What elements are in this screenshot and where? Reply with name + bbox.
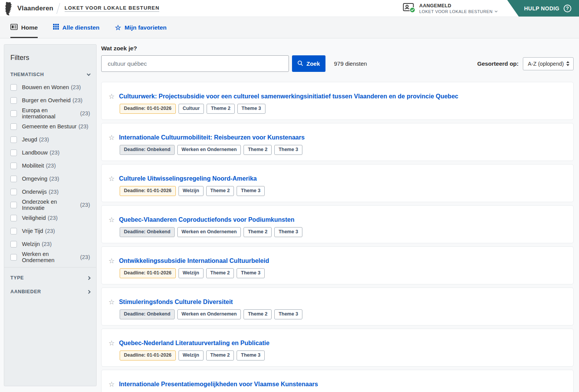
filter-checkbox-item[interactable]: Europa en internationaal (23) [10, 109, 90, 118]
favorite-star-icon[interactable]: ☆ [108, 93, 115, 100]
filter-checkbox-item[interactable]: Welzijn (23) [10, 239, 90, 249]
user-card-icon [403, 2, 415, 15]
result-title-link[interactable]: Stimuleringsfonds Culturele Diversiteit [119, 298, 233, 306]
result-title-link[interactable]: Quebec-Vlaanderen Coproductiefonds voor … [119, 216, 294, 224]
result-card: ☆ Quebec-Vlaanderen Coproductiefonds voo… [101, 205, 574, 243]
filter-checkbox-item[interactable]: Onderwijs (23) [10, 187, 90, 196]
checkbox[interactable] [10, 149, 17, 156]
section-type[interactable]: TYPE [10, 275, 90, 281]
section-thematisch[interactable]: THEMATISCH [10, 72, 90, 77]
favorite-star-icon[interactable]: ☆ [108, 298, 115, 306]
checkbox[interactable] [10, 84, 17, 91]
filter-checkbox-item[interactable]: Onderzoek en Innovatie (23) [10, 200, 90, 209]
filter-checkbox-item[interactable]: Burger en Overheid (23) [10, 96, 90, 105]
main-area: Wat zoek je? Zoek 979 diensten Gesorteer… [101, 38, 574, 392]
tag-badge: Theme 2 [244, 309, 272, 319]
filter-checkbox-item[interactable]: Bouwen en Wonen (23) [10, 83, 90, 92]
tag-badge: Theme 2 [206, 186, 234, 196]
filter-checkbox-item[interactable]: Vrije Tijd (23) [10, 226, 90, 236]
favorite-star-icon[interactable]: ☆ [108, 339, 115, 347]
checkbox[interactable] [10, 163, 17, 169]
tag-badge: Theme 2 [244, 227, 272, 237]
result-title-link[interactable]: Internationale Presentatiemogelijkheden … [119, 380, 318, 388]
tag-badge: Theme 2 [207, 104, 235, 114]
checkbox[interactable] [10, 123, 17, 130]
signed-in-label: AANGEMELD [419, 3, 497, 8]
tab-alle-diensten[interactable]: Alle diensten [53, 17, 99, 38]
result-badges: Deadline: 01-01-2026WelzijnTheme 2Theme … [120, 350, 566, 360]
checkbox[interactable] [10, 254, 17, 261]
search-button[interactable]: Zoek [292, 55, 325, 72]
result-badges: Deadline: 01-01-2026CultuurTheme 2Theme … [120, 104, 566, 114]
favorite-star-icon[interactable]: ☆ [108, 257, 115, 265]
checkbox[interactable] [10, 136, 17, 143]
brand-area: Vlaanderen LOKET VOOR LOKALE BESTUREN [0, 0, 159, 17]
content-area: Filters THEMATISCH Bouwen en Wonen (23) … [0, 38, 579, 392]
filter-checkbox-item[interactable]: Werken en Ondernemen (23) [10, 252, 90, 262]
filter-count: (23) [45, 228, 55, 234]
checkbox[interactable] [10, 215, 17, 221]
section-thematisch-label: THEMATISCH [10, 72, 44, 77]
filter-count: (23) [80, 202, 90, 208]
checkbox[interactable] [10, 110, 17, 117]
filter-checkbox-item[interactable]: Jeugd (23) [10, 135, 90, 144]
checkbox[interactable] [10, 228, 17, 234]
filter-label: Burger en Overheid [22, 97, 71, 103]
vlaanderen-lion-logo [3, 1, 13, 16]
result-title-link[interactable]: Ontwikkelingssubsidie Internationaal Cul… [119, 257, 269, 265]
tag-badge: Theme 2 [244, 145, 272, 155]
favorite-star-icon[interactable]: ☆ [108, 175, 115, 183]
tag-badge: Theme 3 [274, 309, 302, 319]
help-button-label: HULP NODIG [524, 5, 559, 12]
tag-badge: Theme 3 [237, 268, 265, 278]
filter-count: (23) [80, 110, 90, 116]
brand-divider [56, 3, 60, 14]
checkbox[interactable] [10, 241, 17, 247]
checkbox[interactable] [10, 97, 17, 104]
tab-mijn-favorieten-label: Mijn favorieten [125, 24, 167, 31]
result-title-link[interactable]: Quebec-Nederland Literatuurvertaling en … [119, 339, 269, 347]
tag-badge: Werken en Ondernemen [177, 227, 241, 237]
filter-label: Welzijn [22, 241, 40, 247]
section-type-label: TYPE [10, 275, 24, 281]
tab-mijn-favorieten[interactable]: ☆ Mijn favorieten [115, 17, 167, 38]
chevron-down-icon [87, 72, 91, 76]
signed-in-status[interactable]: AANGEMELD LOKET VOOR LOKALE BESTUREN [403, 0, 497, 17]
help-button[interactable]: HULP NODIG ? [507, 0, 579, 17]
filter-checkbox-item[interactable]: Gemeente en Bestuur (23) [10, 122, 90, 131]
sort-select[interactable]: A-Z (oplopend) [523, 57, 574, 70]
filter-label: Landbouw [22, 149, 48, 156]
result-title-link[interactable]: Culturele Uitwisselingsregeling Noord-Am… [119, 175, 257, 183]
filter-checkbox-item[interactable]: Omgeving (23) [10, 174, 90, 183]
filter-count: (23) [42, 241, 52, 247]
checkbox[interactable] [10, 202, 17, 208]
filter-checkbox-item[interactable]: Veiligheid (23) [10, 213, 90, 223]
checkbox[interactable] [10, 189, 17, 195]
search-input[interactable] [101, 55, 289, 72]
favorite-star-icon[interactable]: ☆ [108, 216, 115, 224]
filter-count: (23) [46, 163, 56, 169]
filter-count: (23) [80, 254, 90, 260]
deadline-badge: Deadline: 01-01-2026 [120, 350, 176, 360]
filter-label: Mobiliteit [22, 163, 44, 169]
sort-group: Gesorteerd op: A-Z (oplopend) [477, 57, 574, 70]
checkbox[interactable] [10, 176, 17, 182]
filter-checkbox-item[interactable]: Mobiliteit (23) [10, 161, 90, 170]
filter-count: (23) [78, 123, 88, 130]
app-title-link[interactable]: LOKET VOOR LOKALE BESTUREN [65, 5, 160, 12]
favorite-star-icon[interactable]: ☆ [108, 380, 115, 388]
filter-count: (23) [71, 84, 81, 90]
tag-badge: Welzijn [179, 268, 204, 278]
section-aanbieder[interactable]: AANBIEDER [10, 289, 90, 294]
result-title-link[interactable]: Internationale Cultuurmobiliteit: Reisbe… [119, 134, 305, 141]
tag-badge: Theme 3 [237, 104, 265, 114]
search-button-label: Zoek [306, 60, 320, 67]
result-title-link[interactable]: Cultuurwerk: Projectsubsidie voor een cu… [119, 93, 458, 100]
result-badges: Deadline: OnbekendWerken en OndernemenTh… [120, 227, 566, 237]
thematisch-filter-list: Bouwen en Wonen (23) Burger en Overheid … [10, 83, 90, 262]
filter-checkbox-item[interactable]: Landbouw (23) [10, 148, 90, 157]
favorite-star-icon[interactable]: ☆ [108, 134, 115, 141]
tab-home[interactable]: Home [10, 17, 38, 38]
signed-in-text: AANGEMELD LOKET VOOR LOKALE BESTUREN [419, 3, 497, 14]
filter-label: Gemeente en Bestuur [22, 123, 77, 130]
